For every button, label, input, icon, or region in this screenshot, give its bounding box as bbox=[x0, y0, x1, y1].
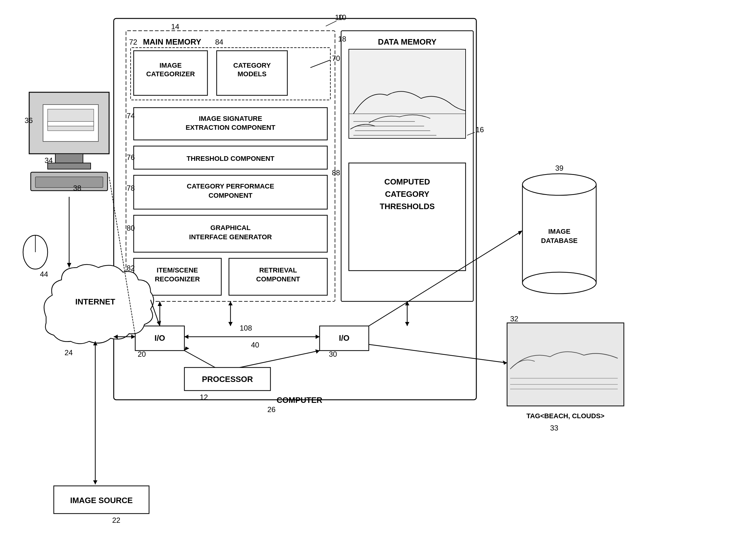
svg-text:THRESHOLDS: THRESHOLDS bbox=[380, 202, 435, 211]
svg-text:IMAGE: IMAGE bbox=[548, 227, 570, 235]
svg-marker-101 bbox=[157, 321, 161, 326]
svg-rect-83 bbox=[48, 109, 94, 131]
svg-text:INTERNET: INTERNET bbox=[75, 297, 115, 306]
svg-marker-103 bbox=[93, 480, 98, 484]
svg-line-116 bbox=[184, 351, 215, 367]
svg-text:DATA MEMORY: DATA MEMORY bbox=[378, 37, 437, 46]
svg-text:I/O: I/O bbox=[154, 333, 165, 343]
svg-rect-72 bbox=[507, 323, 624, 406]
svg-text:CATEGORY: CATEGORY bbox=[233, 61, 271, 69]
svg-marker-128 bbox=[228, 322, 233, 326]
svg-text:EXTRACTION COMPONENT: EXTRACTION COMPONENT bbox=[186, 124, 276, 131]
svg-text:84: 84 bbox=[215, 38, 224, 46]
svg-text:IMAGE SOURCE: IMAGE SOURCE bbox=[70, 496, 133, 505]
svg-point-68 bbox=[522, 272, 596, 294]
svg-text:26: 26 bbox=[267, 405, 276, 414]
svg-text:GRAPHICAL: GRAPHICAL bbox=[211, 224, 251, 232]
svg-text:RETRIEVAL: RETRIEVAL bbox=[259, 266, 297, 274]
svg-text:74: 74 bbox=[127, 112, 135, 120]
svg-marker-117 bbox=[184, 346, 189, 351]
svg-text:44: 44 bbox=[40, 270, 48, 278]
svg-line-13 bbox=[310, 60, 330, 68]
svg-marker-110 bbox=[158, 301, 162, 306]
svg-text:78: 78 bbox=[127, 184, 135, 192]
svg-rect-40 bbox=[349, 49, 466, 138]
diagram: MAIN MEMORY 14 72 84 IMAGE CATEGORIZER C… bbox=[0, 0, 756, 560]
svg-line-122 bbox=[369, 344, 507, 363]
svg-text:20: 20 bbox=[138, 350, 146, 358]
svg-text:CATEGORY: CATEGORY bbox=[385, 189, 429, 199]
svg-text:30: 30 bbox=[329, 350, 337, 358]
svg-point-67 bbox=[522, 174, 596, 195]
svg-text:TAG<BEACH, CLOUDS>: TAG<BEACH, CLOUDS> bbox=[526, 412, 605, 420]
svg-text:33: 33 bbox=[550, 424, 559, 432]
svg-marker-113 bbox=[316, 335, 320, 339]
svg-text:IMAGE: IMAGE bbox=[160, 61, 182, 69]
svg-text:IMAGE SIGNATURE: IMAGE SIGNATURE bbox=[199, 115, 262, 122]
svg-marker-112 bbox=[184, 335, 188, 339]
svg-rect-80 bbox=[55, 154, 83, 163]
svg-rect-86 bbox=[35, 177, 103, 187]
svg-marker-107 bbox=[131, 335, 135, 339]
svg-text:12: 12 bbox=[200, 393, 208, 401]
svg-marker-125 bbox=[405, 322, 410, 326]
svg-text:39: 39 bbox=[555, 164, 564, 172]
svg-text:COMPONENT: COMPONENT bbox=[256, 275, 300, 283]
svg-rect-84 bbox=[48, 121, 94, 126]
svg-text:80: 80 bbox=[127, 224, 135, 232]
svg-line-65 bbox=[326, 21, 337, 26]
svg-text:76: 76 bbox=[127, 153, 135, 161]
svg-marker-123 bbox=[503, 360, 507, 365]
svg-text:32: 32 bbox=[510, 315, 519, 323]
svg-text:14: 14 bbox=[171, 22, 180, 31]
svg-rect-81 bbox=[48, 163, 91, 169]
svg-text:RECOGNIZER: RECOGNIZER bbox=[155, 275, 200, 283]
svg-text:10: 10 bbox=[335, 13, 343, 22]
svg-text:72: 72 bbox=[129, 38, 138, 46]
svg-text:82: 82 bbox=[127, 264, 135, 272]
svg-marker-99 bbox=[67, 263, 71, 267]
svg-marker-129 bbox=[228, 301, 233, 305]
svg-text:COMPONENT: COMPONENT bbox=[209, 192, 253, 199]
svg-text:24: 24 bbox=[65, 348, 73, 357]
svg-line-118 bbox=[240, 351, 320, 367]
svg-text:70: 70 bbox=[332, 54, 340, 62]
svg-text:INTERFACE GENERATOR: INTERFACE GENERATOR bbox=[189, 233, 272, 241]
svg-line-120 bbox=[369, 231, 522, 326]
svg-text:34: 34 bbox=[45, 156, 53, 164]
svg-text:THRESHOLD COMPONENT: THRESHOLD COMPONENT bbox=[187, 155, 275, 162]
svg-marker-121 bbox=[518, 231, 522, 235]
svg-text:36: 36 bbox=[25, 116, 33, 124]
svg-text:CATEGORY PERFORMACE: CATEGORY PERFORMACE bbox=[187, 182, 274, 190]
svg-text:18: 18 bbox=[338, 35, 346, 43]
svg-text:MAIN MEMORY: MAIN MEMORY bbox=[143, 37, 201, 46]
svg-text:DATABASE: DATABASE bbox=[541, 237, 578, 244]
svg-text:22: 22 bbox=[112, 516, 121, 524]
svg-text:CATEGORIZER: CATEGORIZER bbox=[146, 70, 195, 78]
svg-text:COMPUTED: COMPUTED bbox=[384, 177, 430, 186]
svg-text:COMPUTER: COMPUTER bbox=[277, 396, 322, 405]
svg-text:PROCESSOR: PROCESSOR bbox=[202, 375, 253, 384]
svg-text:38: 38 bbox=[73, 184, 81, 192]
svg-text:88: 88 bbox=[332, 168, 340, 177]
svg-text:MODELS: MODELS bbox=[237, 70, 267, 78]
svg-text:ITEM/SCENE: ITEM/SCENE bbox=[157, 266, 198, 274]
svg-text:108: 108 bbox=[240, 324, 252, 332]
svg-text:I/O: I/O bbox=[339, 333, 350, 343]
svg-text:40: 40 bbox=[251, 341, 259, 349]
svg-marker-119 bbox=[315, 349, 320, 354]
svg-text:16: 16 bbox=[476, 125, 484, 134]
